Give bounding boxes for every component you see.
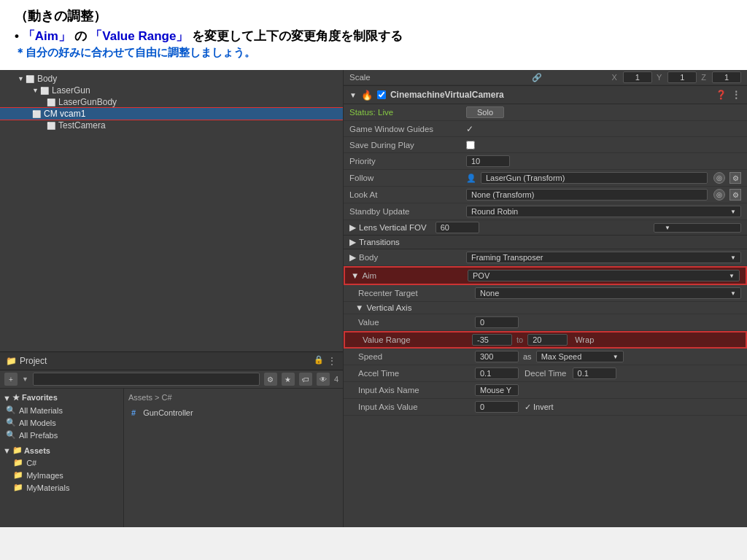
asset-item-guncontroller[interactable]: # GunController [128, 406, 338, 419]
value-range-min-input[interactable] [472, 334, 512, 346]
search-icon: 🔍 [6, 405, 16, 415]
decel-time-value[interactable]: 0.1 [573, 368, 616, 379]
fire-icon: 🔥 [361, 90, 373, 101]
follow-gear-btn[interactable]: ⚙ [729, 172, 741, 184]
folder-icon: 📁 [6, 356, 17, 366]
assets-section[interactable]: ▼ 📁 Assets [0, 444, 123, 456]
scale-row: Scale 🔗 X 1 Y 1 Z 1 [344, 70, 747, 85]
scale-label: Scale [349, 73, 466, 82]
sidebar-item-all-models[interactable]: 🔍 All Models [0, 416, 123, 429]
game-window-guides-checkbox[interactable] [466, 124, 741, 134]
invert-check[interactable]: ✓ Invert [525, 402, 554, 412]
component-header[interactable]: ▼ 🔥 CinemachineVirtualCamera ❓ ⋮ [344, 85, 747, 104]
invert-label: Invert [533, 402, 554, 411]
cube-icon: ⬜ [40, 87, 49, 95]
add-button[interactable]: + [4, 373, 18, 386]
favorites-section[interactable]: ▼ ★ Favorites [0, 392, 123, 404]
follow-value[interactable]: LaserGun (Transform) [481, 172, 708, 184]
folder-icon: 📁 [13, 458, 23, 467]
save-during-play-checkbox[interactable] [466, 141, 475, 149]
speed-type-dropdown[interactable]: Max Speed [536, 351, 624, 362]
sidebar-item-mymaterials[interactable]: 📁 MyMaterials [0, 481, 123, 494]
look-at-value[interactable]: None (Transform) [466, 189, 708, 201]
all-materials-label: All Materials [19, 406, 63, 415]
scale-x-value[interactable]: 1 [623, 71, 652, 83]
cube-icon: ⬜ [47, 122, 55, 130]
dots-icon[interactable]: ⋮ [327, 355, 337, 367]
tag-btn[interactable]: 🏷 [299, 373, 312, 386]
cube-icon: ⬜ [32, 110, 41, 118]
dots-icon[interactable]: ⋮ [731, 89, 741, 101]
value-label: Value [358, 318, 475, 327]
star-btn[interactable]: ★ [282, 373, 295, 386]
follow-label: Follow [349, 174, 466, 182]
indent-space [6, 459, 10, 467]
sidebar-item-myimages[interactable]: 📁 MyImages [0, 469, 123, 481]
aim-text: 「Aim」 [23, 29, 71, 43]
cube-icon: ⬜ [47, 98, 55, 106]
accel-decel-value-area: 0.1 Decel Time 0.1 [475, 368, 741, 379]
lens-vertical-fov-section[interactable]: ▶ Lens Vertical FOV 60 [344, 220, 747, 236]
favorites-label: ★ Favorites [12, 393, 58, 402]
hierarchy-item-lasergun[interactable]: ▼ ⬜ LaserGun [0, 85, 343, 96]
sidebar-item-csharp[interactable]: 📁 C# [0, 456, 123, 469]
z-label: Z [701, 73, 706, 82]
look-at-gear-btn[interactable]: ⚙ [729, 189, 741, 201]
standby-update-dropdown[interactable]: Round Robin [466, 206, 741, 217]
input-axis-name-value[interactable]: Mouse Y [475, 384, 519, 396]
eye-btn[interactable]: 👁 [317, 373, 330, 386]
filter-btn[interactable]: ⚙ [264, 373, 277, 386]
recenter-target-value-area: None [475, 287, 741, 299]
search-icon: 🔍 [6, 418, 16, 427]
myimages-label: MyImages [26, 471, 63, 480]
accel-time-value[interactable]: 0.1 [475, 368, 519, 379]
person-icon: 👤 [466, 174, 476, 183]
speed-value[interactable]: 300 [475, 351, 519, 362]
lens-label: Lens Vertical FOV [359, 223, 427, 232]
arrow-icon: ▼ [349, 91, 357, 99]
vertical-axis-section[interactable]: ▼ Vertical Axis [344, 302, 747, 314]
scale-y-value[interactable]: 1 [667, 71, 697, 83]
indent-space [6, 483, 10, 492]
solo-button[interactable]: Solo [466, 106, 504, 118]
look-at-circle-btn[interactable]: ◎ [713, 189, 725, 201]
recenter-target-label: Recenter Target [358, 289, 475, 298]
input-axis-value-value[interactable]: 0 [475, 401, 519, 413]
scale-z-value[interactable]: 1 [712, 71, 741, 83]
sidebar-item-all-prefabs[interactable]: 🔍 All Prefabs [0, 429, 123, 441]
priority-value[interactable]: 10 [466, 155, 510, 167]
hierarchy-item-testcamera[interactable]: ⬜ TestCamera [0, 120, 343, 131]
lens-value[interactable]: 60 [436, 222, 479, 233]
hierarchy-item-body[interactable]: ▼ ⬜ Body [0, 73, 343, 85]
search-input[interactable] [33, 373, 260, 386]
folder-icon: 📁 [12, 446, 23, 455]
value-value[interactable]: 0 [475, 316, 519, 328]
inspector-panel: Scale 🔗 X 1 Y 1 Z 1 ▼ 🔥 CinemachineVirtu… [343, 70, 747, 527]
value-range-max-input[interactable] [527, 334, 568, 346]
asset-count: 4 [334, 375, 338, 384]
hierarchy-item-cm-vcam1[interactable]: ⬜ CM vcam1 [0, 108, 343, 120]
help-icon[interactable]: ❓ [716, 90, 727, 100]
arrow-icon: ▼ [18, 75, 24, 82]
aim-dropdown[interactable]: POV [468, 270, 740, 281]
input-axis-name-label: Input Axis Name [358, 386, 475, 394]
body-dropdown[interactable]: Framing Transposer [466, 252, 741, 263]
hierarchy-panel: ▼ ⬜ Body ▼ ⬜ LaserGun ⬜ LaserGunBody ⬜ C… [0, 70, 343, 352]
folder-icon: 📁 [13, 483, 23, 492]
annotation-sub: ＊自分の好みに合わせて自由に調整しましょう。 [15, 46, 732, 60]
follow-circle-btn[interactable]: ◎ [713, 172, 725, 184]
standby-update-row: Standby Update Round Robin [344, 203, 747, 220]
transitions-section[interactable]: ▶ Transitions [344, 236, 747, 249]
arrow-icon: ▼ [355, 303, 363, 312]
no-text: の [74, 29, 87, 43]
y-label: Y [657, 73, 662, 82]
follow-row: Follow 👤 LaserGun (Transform) ◎ ⚙ [344, 170, 747, 187]
folder-icon: 📁 [13, 470, 23, 480]
priority-label: Priority [349, 157, 466, 166]
sidebar-item-all-materials[interactable]: 🔍 All Materials [0, 404, 123, 416]
hierarchy-item-lasergunbody[interactable]: ⬜ LaserGunBody [0, 96, 343, 108]
status-value-area: Solo [466, 106, 741, 118]
hash-icon: # [131, 408, 136, 417]
recenter-target-dropdown[interactable]: None [475, 287, 741, 299]
component-checkbox[interactable] [377, 90, 386, 99]
